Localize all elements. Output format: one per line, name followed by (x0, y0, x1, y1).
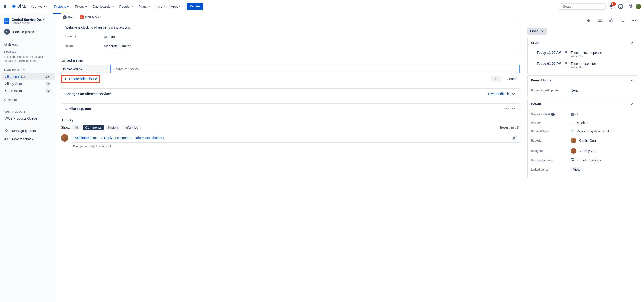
chevron-down-icon[interactable] (512, 107, 516, 111)
major-incident-toggle[interactable] (571, 112, 578, 116)
nav-projects[interactable]: Projects (52, 3, 72, 10)
tab-all[interactable]: All (72, 125, 81, 130)
reporter-value[interactable]: Keisha Onai (571, 138, 634, 143)
app-switcher-icon[interactable] (3, 4, 8, 9)
sidebar: Central Service Desk Service project Bac… (0, 13, 56, 302)
pause-icon (564, 62, 568, 64)
notifications-icon[interactable]: 9+ (608, 3, 615, 10)
like-icon[interactable] (608, 17, 615, 24)
assignee-value[interactable]: Sammy Vito (571, 148, 634, 154)
nav-your-work[interactable]: Your work (28, 3, 51, 10)
info-icon[interactable]: i (551, 113, 554, 116)
feedback-icon[interactable] (585, 17, 592, 24)
profile-avatar[interactable] (636, 4, 641, 9)
watch-icon[interactable] (596, 17, 604, 24)
attachment-icon[interactable] (512, 135, 517, 140)
more-icon[interactable] (504, 108, 509, 109)
priority-label: Priority (531, 121, 571, 124)
add-internal-note[interactable]: Add internal note (75, 136, 100, 140)
kb-value[interactable]: 3 related articles (571, 158, 634, 162)
impact-label: Impact (65, 44, 104, 48)
pinned-header[interactable]: Pinned fields (528, 75, 637, 85)
sort-icon (516, 126, 520, 129)
project-header[interactable]: Central Service Desk Service project (0, 16, 56, 27)
urgency-label: Urgency (65, 35, 104, 39)
search-input[interactable] (562, 5, 604, 8)
issue-key[interactable]: ITSM-7996 (80, 15, 101, 19)
back-to-project[interactable]: Back to project (0, 27, 56, 37)
details-header[interactable]: Details (528, 99, 637, 109)
current-user-avatar (61, 134, 68, 142)
view-alerts-button[interactable]: View (571, 167, 582, 172)
back-arrow-icon (4, 29, 10, 35)
give-feedback-link[interactable]: Give feedback (488, 92, 509, 96)
status-button[interactable]: Open (528, 28, 546, 35)
chevron-down-icon[interactable] (512, 92, 516, 96)
tab-history[interactable]: History (106, 125, 121, 130)
create-button[interactable]: Create (187, 3, 203, 10)
nav-apps[interactable]: Apps (168, 3, 184, 10)
other-toggle[interactable]: OTHER (0, 97, 56, 104)
nav-plans[interactable]: Plans (136, 3, 152, 10)
all-tickets[interactable]: All tickets (0, 41, 56, 48)
kb-label: Knowledge base (531, 159, 571, 162)
aws-queue[interactable]: AWS Products Queue (2, 115, 54, 122)
nav-people[interactable]: People (117, 3, 135, 10)
changes-panel: Changes on affected services Give feedba… (61, 88, 520, 99)
sla-title-1: Time to first response (571, 51, 634, 54)
comment-box[interactable]: Add internal note / Reply to customer / … (72, 133, 520, 143)
sla-sub-1: within 2h (571, 54, 634, 58)
reporter-avatar (571, 138, 576, 143)
back-button[interactable]: Back (63, 15, 75, 19)
participants-value[interactable]: None (571, 89, 634, 92)
global-search[interactable] (559, 3, 606, 10)
tab-comments[interactable]: Comments (83, 125, 104, 130)
more-actions-icon[interactable] (630, 17, 638, 24)
starred-help: Select the star icon next to your queues… (0, 55, 56, 63)
queue-open-tasks[interactable]: Open tasks 1 (2, 87, 54, 94)
give-feedback-sidebar[interactable]: Give feedback (0, 135, 56, 143)
nav-insight[interactable]: Insight (153, 3, 168, 10)
reporter-label: Reporter (531, 139, 571, 142)
svg-point-15 (506, 108, 507, 109)
settings-icon[interactable] (626, 3, 634, 10)
starred-header: STARRED (0, 48, 56, 55)
svg-point-22 (632, 20, 632, 21)
queue-all-open[interactable]: All open tickets 29 (2, 73, 54, 80)
queue-all-my[interactable]: All my tickets 0 (2, 80, 54, 87)
sla-title-2: Time to resolution (571, 62, 634, 65)
comment-tip: Pro tip: press M to comment (61, 143, 520, 148)
gear-icon (4, 128, 8, 133)
assignee-avatar (571, 148, 576, 154)
sort-newest[interactable]: Newest first (498, 126, 520, 129)
help-icon[interactable]: ? (617, 3, 624, 10)
chevron-up-icon (631, 79, 634, 82)
cancel-button[interactable]: Cancel (504, 75, 520, 82)
top-nav: Jira Your work Projects Filters Dashboar… (0, 0, 644, 13)
svg-point-23 (633, 20, 634, 21)
changes-header: Changes on affected services (65, 92, 112, 96)
create-linked-issue-button[interactable]: Create linked issue (61, 75, 100, 83)
svg-point-24 (635, 20, 636, 21)
link-type-select[interactable]: is blocked by (61, 65, 108, 73)
search-issues-input[interactable] (110, 65, 520, 73)
inform-stakeholders[interactable]: Inform stakeholders (135, 136, 164, 140)
details-panel: Details Major incident i Priority Medium (528, 99, 638, 178)
nav-dashboards[interactable]: Dashboards (90, 3, 116, 10)
svg-rect-25 (565, 51, 566, 53)
tab-worklog[interactable]: Work log (123, 125, 141, 130)
nav-filters[interactable]: Filters (72, 3, 90, 10)
jira-logo[interactable]: Jira (11, 4, 26, 9)
sla-time-2: Today 01:00 PM (531, 62, 561, 65)
manage-queues[interactable]: Manage queues (0, 127, 56, 135)
share-icon[interactable] (619, 17, 626, 24)
svg-text:?: ? (620, 5, 622, 8)
reply-to-customer[interactable]: Reply to customer (104, 136, 131, 140)
slas-header[interactable]: SLAs (528, 38, 637, 47)
activity-header: Activity (61, 118, 520, 122)
priority-value[interactable]: Medium (571, 121, 634, 125)
svg-rect-7 (5, 7, 6, 8)
svg-rect-3 (4, 6, 5, 7)
chevron-up-icon (631, 41, 634, 44)
request-type-value[interactable]: Report a system problem (571, 129, 634, 133)
